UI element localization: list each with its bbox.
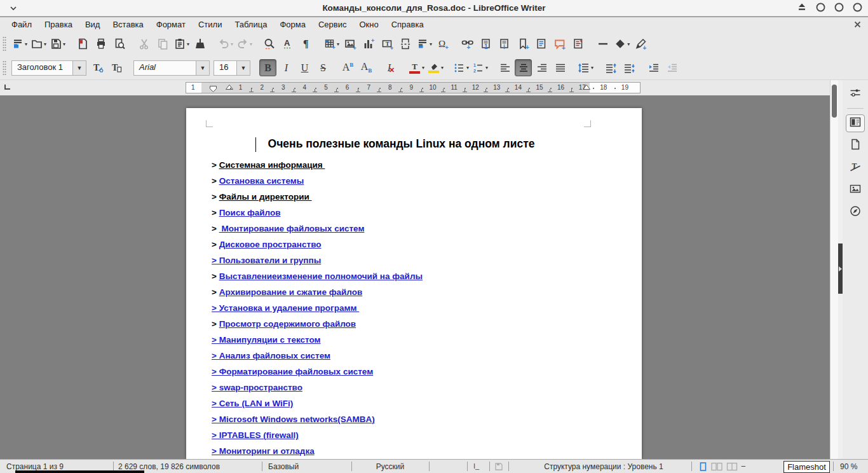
strikethrough-button[interactable]: S bbox=[315, 59, 332, 76]
numbered-list-button[interactable]: 12▾ bbox=[471, 59, 489, 76]
font-color-button[interactable]: T▾ bbox=[407, 59, 425, 76]
font-name-dropdown-arrow[interactable]: ▼ bbox=[196, 61, 209, 75]
cross-reference-button[interactable] bbox=[532, 36, 550, 53]
open-button[interactable]: ▾ bbox=[29, 36, 47, 53]
toolbar-grip[interactable] bbox=[3, 36, 6, 51]
toc-link[interactable]: > Анализ файловых систем bbox=[212, 351, 330, 360]
toc-link[interactable]: > Microsoft Windows networks(SAMBA) bbox=[212, 415, 375, 424]
insert-image-button[interactable]: + bbox=[341, 36, 358, 53]
menu-styles[interactable]: Стили bbox=[192, 17, 228, 32]
toc-link[interactable]: > IPTABLES (firewall) bbox=[212, 430, 299, 440]
paste-dropdown-arrow[interactable]: ▾ bbox=[187, 41, 189, 47]
align-left-button[interactable] bbox=[496, 59, 513, 76]
open-dropdown-arrow[interactable]: ▾ bbox=[44, 41, 46, 47]
superscript-button[interactable]: AB bbox=[339, 59, 356, 76]
insert-textbox-button[interactable]: T+ bbox=[378, 36, 395, 53]
document-page[interactable]: Очень полезные команды Linux на одном ли… bbox=[186, 108, 642, 459]
menu-tools[interactable]: Сервис bbox=[312, 17, 353, 32]
paste-button[interactable]: ▾ bbox=[172, 36, 190, 53]
hyperlink-button[interactable]: + bbox=[459, 36, 476, 53]
page-number-status[interactable]: Страница 1 из 9 bbox=[6, 462, 64, 471]
sidebar-tab-navigator[interactable] bbox=[846, 203, 865, 221]
clone-formatting-button[interactable] bbox=[191, 36, 208, 53]
save-button[interactable]: ▾ bbox=[48, 36, 66, 53]
endnote-button[interactable]: i bbox=[496, 36, 513, 53]
paragraph-style-combobox[interactable]: Заголовок 1 ▼ bbox=[11, 60, 86, 76]
document-heading[interactable]: Очень полезные команды Linux на одном ли… bbox=[186, 108, 642, 151]
sidebar-tab-sidebar-settings[interactable] bbox=[846, 85, 865, 103]
paragraph-style-dropdown-arrow[interactable]: ▼ bbox=[72, 61, 86, 75]
footnote-button[interactable]: 1 bbox=[477, 36, 494, 53]
comment-button[interactable]: + bbox=[551, 36, 568, 53]
bold-button[interactable]: B bbox=[259, 59, 276, 76]
vertical-scrollbar[interactable] bbox=[830, 80, 838, 459]
bullet-list-dropdown-arrow[interactable]: ▾ bbox=[466, 65, 469, 71]
export-pdf-button[interactable] bbox=[74, 36, 91, 53]
font-size-dropdown-arrow[interactable]: ▼ bbox=[236, 61, 250, 75]
zoom-level-status[interactable]: 90 % bbox=[840, 462, 857, 471]
window-maximize-button[interactable] bbox=[834, 2, 844, 15]
align-right-button[interactable] bbox=[533, 59, 550, 76]
horizontal-ruler[interactable]: 1 12345678910111213141516171819 bbox=[0, 80, 830, 95]
page-style-status[interactable]: Базовый bbox=[268, 462, 299, 471]
left-indent-marker[interactable] bbox=[226, 81, 233, 92]
insert-mode-icon[interactable]: I_ bbox=[473, 462, 479, 470]
basic-shapes-dropdown-arrow[interactable]: ▾ bbox=[627, 41, 630, 47]
hide-sidebar-handle[interactable] bbox=[838, 243, 843, 294]
bookmark-button[interactable]: + bbox=[514, 36, 531, 53]
sidebar-tab-styles[interactable]: T bbox=[846, 159, 865, 177]
toc-link[interactable]: Монтирование файловых систем bbox=[219, 224, 365, 233]
new-document-button[interactable]: ▾ bbox=[10, 36, 28, 53]
font-color-dropdown-arrow[interactable]: ▾ bbox=[422, 65, 424, 71]
scrollbar-thumb[interactable] bbox=[832, 85, 837, 118]
redo-dropdown-arrow[interactable]: ▾ bbox=[250, 41, 252, 47]
word-count-status[interactable]: 2 629 слов, 19 826 символов bbox=[118, 462, 220, 471]
menu-edit[interactable]: Правка bbox=[38, 17, 79, 32]
menu-help[interactable]: Справка bbox=[385, 17, 430, 32]
toc-link[interactable]: > Пользователи и группы bbox=[212, 256, 321, 265]
toc-link[interactable]: > Установка и удаление программ bbox=[212, 303, 359, 313]
language-status[interactable]: Русский bbox=[351, 462, 429, 471]
sidebar-tab-gallery[interactable] bbox=[846, 181, 865, 199]
window-close-button[interactable] bbox=[852, 2, 863, 15]
subscript-button[interactable]: AB bbox=[358, 59, 375, 76]
align-center-button[interactable] bbox=[515, 59, 532, 76]
special-character-button[interactable]: Ω+ bbox=[434, 36, 451, 53]
underline-button[interactable]: U bbox=[296, 59, 313, 76]
eject-icon[interactable] bbox=[796, 1, 808, 15]
menu-format[interactable]: Формат bbox=[150, 17, 192, 32]
bullet-list-button[interactable]: ▾ bbox=[452, 59, 470, 76]
horizontal-line-button[interactable] bbox=[594, 36, 611, 53]
toc-link[interactable]: Файлы и директории bbox=[219, 192, 312, 202]
para-space-increase-button[interactable] bbox=[602, 59, 619, 76]
toc-link[interactable]: Архивирование и сжатие файлов bbox=[219, 287, 363, 297]
highlight-color-button[interactable]: ▾ bbox=[426, 59, 444, 76]
draw-functions-button[interactable]: + bbox=[632, 36, 649, 53]
clear-formatting-button[interactable]: I✕ bbox=[383, 59, 400, 76]
insert-field-dropdown-arrow[interactable]: ▾ bbox=[430, 41, 432, 47]
menu-insert[interactable]: Вставка bbox=[106, 17, 149, 32]
tab-stop-type-selector[interactable] bbox=[4, 85, 10, 90]
toc-link[interactable]: > Манипуляции с текстом bbox=[212, 335, 321, 345]
menu-table[interactable]: Таблица bbox=[228, 17, 273, 32]
line-spacing-button[interactable]: ▾ bbox=[576, 59, 594, 76]
page-break-button[interactable] bbox=[397, 36, 414, 53]
toc-link[interactable]: Системная информация bbox=[219, 160, 325, 170]
toc-link[interactable]: Остановка системы bbox=[219, 176, 304, 186]
new-style-button[interactable]: T bbox=[107, 59, 125, 76]
font-size-combobox[interactable]: 16 ▼ bbox=[214, 60, 250, 76]
font-name-combobox[interactable]: Arial ▼ bbox=[133, 60, 210, 76]
sidebar-tab-page[interactable] bbox=[846, 137, 865, 154]
numbered-list-dropdown-arrow[interactable]: ▾ bbox=[485, 65, 488, 71]
toc-link[interactable]: > swap-пространство bbox=[212, 383, 302, 392]
book-view-button[interactable] bbox=[726, 462, 738, 473]
toolbar-grip[interactable] bbox=[3, 60, 6, 76]
menu-form[interactable]: Форма bbox=[273, 17, 312, 32]
insert-table-dropdown-arrow[interactable]: ▾ bbox=[337, 41, 339, 47]
multi-page-view-button[interactable] bbox=[711, 462, 722, 473]
single-page-view-button[interactable] bbox=[699, 462, 707, 473]
menu-view[interactable]: Вид bbox=[79, 17, 107, 32]
insert-table-button[interactable]: +▾ bbox=[322, 36, 340, 53]
update-style-button[interactable]: T bbox=[89, 59, 106, 76]
italic-button[interactable]: I bbox=[278, 59, 295, 76]
